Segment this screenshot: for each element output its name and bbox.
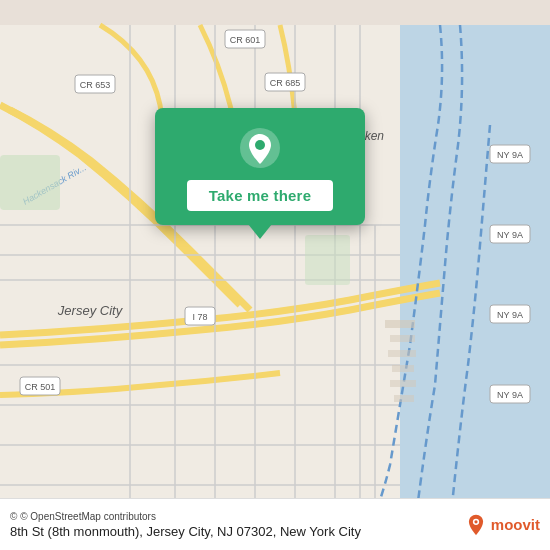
svg-rect-40 bbox=[305, 235, 350, 285]
svg-text:Jersey City: Jersey City bbox=[57, 303, 124, 318]
svg-rect-39 bbox=[0, 155, 60, 210]
attribution-text: © OpenStreetMap contributors bbox=[20, 511, 156, 522]
map-svg: CR 601 CR 653 CR 685 I 78 CR 501 NY 9A N… bbox=[0, 0, 550, 550]
bottom-left-info: © © OpenStreetMap contributors 8th St (8… bbox=[10, 511, 455, 539]
location-pin-icon bbox=[238, 126, 282, 170]
moovit-logo: moovit bbox=[465, 514, 540, 536]
svg-text:CR 601: CR 601 bbox=[230, 35, 261, 45]
svg-text:NY 9A: NY 9A bbox=[497, 390, 523, 400]
svg-rect-45 bbox=[390, 380, 416, 387]
svg-point-48 bbox=[255, 140, 265, 150]
take-me-there-button[interactable]: Take me there bbox=[187, 180, 333, 211]
svg-text:NY 9A: NY 9A bbox=[497, 230, 523, 240]
svg-text:NY 9A: NY 9A bbox=[497, 310, 523, 320]
svg-rect-42 bbox=[390, 335, 415, 342]
svg-text:CR 501: CR 501 bbox=[25, 382, 56, 392]
svg-text:NY 9A: NY 9A bbox=[497, 150, 523, 160]
location-popup: Take me there bbox=[155, 108, 365, 225]
map-attribution: © © OpenStreetMap contributors bbox=[10, 511, 455, 522]
attribution-symbol: © bbox=[10, 511, 17, 522]
address-text: 8th St (8th monmouth), Jersey City, NJ 0… bbox=[10, 524, 455, 539]
bottom-bar: © © OpenStreetMap contributors 8th St (8… bbox=[0, 498, 550, 550]
map-container: CR 601 CR 653 CR 685 I 78 CR 501 NY 9A N… bbox=[0, 0, 550, 550]
svg-text:CR 685: CR 685 bbox=[270, 78, 301, 88]
moovit-brand-text: moovit bbox=[491, 516, 540, 533]
svg-rect-43 bbox=[388, 350, 416, 357]
svg-rect-46 bbox=[394, 395, 414, 402]
svg-text:CR 653: CR 653 bbox=[80, 80, 111, 90]
svg-rect-44 bbox=[392, 365, 414, 372]
svg-rect-41 bbox=[385, 320, 415, 328]
moovit-pin-icon bbox=[465, 514, 487, 536]
svg-point-50 bbox=[474, 520, 477, 523]
svg-text:I 78: I 78 bbox=[192, 312, 207, 322]
